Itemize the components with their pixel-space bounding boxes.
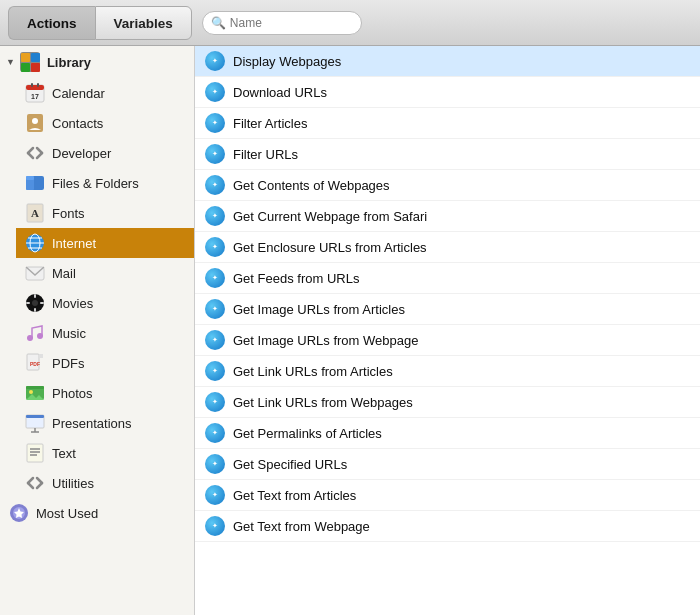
text-icon [24, 442, 46, 464]
movies-icon [24, 292, 46, 314]
action-label-get-permalinks-articles: Get Permalinks of Articles [233, 426, 382, 441]
library-label: Library [47, 55, 91, 70]
search-input[interactable] [230, 16, 353, 30]
sidebar-item-library[interactable]: ▼ Library [0, 46, 194, 78]
svg-text:PDF: PDF [30, 361, 40, 367]
action-label-get-text-from-webpage: Get Text from Webpage [233, 519, 370, 534]
action-icon-get-permalinks-articles [205, 423, 225, 443]
tab-actions[interactable]: Actions [8, 6, 95, 40]
action-icon-get-text-from-webpage [205, 516, 225, 536]
action-icon-get-link-urls-articles [205, 361, 225, 381]
action-item-get-image-urls-articles[interactable]: Get Image URLs from Articles [195, 294, 700, 325]
sidebar-label-pdfs: PDFs [52, 356, 85, 371]
svg-text:A: A [31, 207, 39, 219]
svg-rect-17 [26, 179, 34, 190]
svg-rect-31 [26, 302, 30, 304]
search-icon: 🔍 [211, 16, 226, 30]
action-label-get-link-urls-articles: Get Link URLs from Articles [233, 364, 393, 379]
action-label-display-webpages: Display Webpages [233, 54, 341, 69]
sidebar-item-utilities[interactable]: Utilities [16, 468, 194, 498]
action-item-get-link-urls-articles[interactable]: Get Link URLs from Articles [195, 356, 700, 387]
sidebar-label-calendar: Calendar [52, 86, 105, 101]
action-item-get-enclosure-urls[interactable]: Get Enclosure URLs from Articles [195, 232, 700, 263]
internet-icon [24, 232, 46, 254]
svg-line-15 [37, 153, 42, 158]
action-icon-filter-articles [205, 113, 225, 133]
toolbar: Actions Variables 🔍 [0, 0, 700, 46]
action-item-get-specified-urls[interactable]: Get Specified URLs [195, 449, 700, 480]
sidebar-item-internet[interactable]: Internet [16, 228, 194, 258]
action-label-download-urls: Download URLs [233, 85, 327, 100]
sidebar-children: 17 Calendar Contacts Developer Files & F… [0, 78, 194, 498]
photos-icon [24, 382, 46, 404]
action-label-get-current-webpage: Get Current Webpage from Safari [233, 209, 427, 224]
sidebar-item-fonts[interactable]: A Fonts [16, 198, 194, 228]
svg-rect-29 [34, 294, 36, 298]
action-item-get-text-from-articles[interactable]: Get Text from Articles [195, 480, 700, 511]
content-panel: Display Webpages Download URLs Filter Ar… [195, 46, 700, 615]
svg-rect-6 [26, 85, 44, 90]
action-label-get-enclosure-urls: Get Enclosure URLs from Articles [233, 240, 427, 255]
action-item-get-contents-webpages[interactable]: Get Contents of Webpages [195, 170, 700, 201]
action-label-get-link-urls-webpages: Get Link URLs from Webpages [233, 395, 413, 410]
sidebar-item-calendar[interactable]: 17 Calendar [16, 78, 194, 108]
sidebar-label-developer: Developer [52, 146, 111, 161]
action-icon-display-webpages [205, 51, 225, 71]
svg-rect-40 [26, 386, 44, 389]
svg-rect-43 [26, 415, 44, 418]
sidebar-label-music: Music [52, 326, 86, 341]
svg-rect-18 [26, 176, 34, 180]
library-icon [19, 51, 41, 73]
sidebar-item-pdfs[interactable]: PDF PDFs [16, 348, 194, 378]
action-item-get-permalinks-articles[interactable]: Get Permalinks of Articles [195, 418, 700, 449]
fonts-icon: A [24, 202, 46, 224]
action-icon-filter-urls [205, 144, 225, 164]
sidebar-item-text[interactable]: Text [16, 438, 194, 468]
action-item-get-text-from-webpage[interactable]: Get Text from Webpage [195, 511, 700, 542]
action-label-filter-urls: Filter URLs [233, 147, 298, 162]
sidebar-item-presentations[interactable]: Presentations [16, 408, 194, 438]
action-label-filter-articles: Filter Articles [233, 116, 307, 131]
action-item-get-image-urls-webpage[interactable]: Get Image URLs from Webpage [195, 325, 700, 356]
sidebar-item-most-used[interactable]: Most Used [0, 498, 194, 528]
svg-point-28 [32, 300, 38, 306]
action-icon-get-specified-urls [205, 454, 225, 474]
action-item-get-feeds-from-urls[interactable]: Get Feeds from URLs [195, 263, 700, 294]
sidebar-item-movies[interactable]: Movies [16, 288, 194, 318]
search-box: 🔍 [202, 11, 362, 35]
presentations-icon [24, 412, 46, 434]
svg-rect-3 [21, 63, 30, 72]
svg-rect-46 [27, 444, 43, 462]
sidebar-label-utilities: Utilities [52, 476, 94, 491]
action-item-display-webpages[interactable]: Display Webpages [195, 46, 700, 77]
action-label-get-feeds-from-urls: Get Feeds from URLs [233, 271, 359, 286]
action-item-download-urls[interactable]: Download URLs [195, 77, 700, 108]
sidebar-label-fonts: Fonts [52, 206, 85, 221]
svg-rect-2 [31, 53, 40, 62]
music-icon [24, 322, 46, 344]
action-icon-get-link-urls-webpages [205, 392, 225, 412]
sidebar-item-mail[interactable]: Mail [16, 258, 194, 288]
sidebar-item-files[interactable]: Files & Folders [16, 168, 194, 198]
sidebar-item-contacts[interactable]: Contacts [16, 108, 194, 138]
svg-point-11 [32, 118, 38, 124]
sidebar-item-music[interactable]: Music [16, 318, 194, 348]
action-label-get-image-urls-articles: Get Image URLs from Articles [233, 302, 405, 317]
action-item-get-current-webpage[interactable]: Get Current Webpage from Safari [195, 201, 700, 232]
action-icon-get-enclosure-urls [205, 237, 225, 257]
svg-line-53 [37, 483, 42, 488]
tab-variables[interactable]: Variables [95, 6, 192, 40]
action-item-filter-articles[interactable]: Filter Articles [195, 108, 700, 139]
sidebar-label-internet: Internet [52, 236, 96, 251]
sidebar-item-photos[interactable]: Photos [16, 378, 194, 408]
action-icon-get-image-urls-articles [205, 299, 225, 319]
expand-triangle: ▼ [6, 57, 15, 67]
action-icon-download-urls [205, 82, 225, 102]
sidebar-item-developer[interactable]: Developer [16, 138, 194, 168]
svg-rect-32 [40, 302, 44, 304]
main-layout: ▼ Library 17 Calendar Contacts De [0, 46, 700, 615]
svg-rect-7 [31, 83, 33, 87]
sidebar-label-photos: Photos [52, 386, 92, 401]
action-item-filter-urls[interactable]: Filter URLs [195, 139, 700, 170]
action-item-get-link-urls-webpages[interactable]: Get Link URLs from Webpages [195, 387, 700, 418]
